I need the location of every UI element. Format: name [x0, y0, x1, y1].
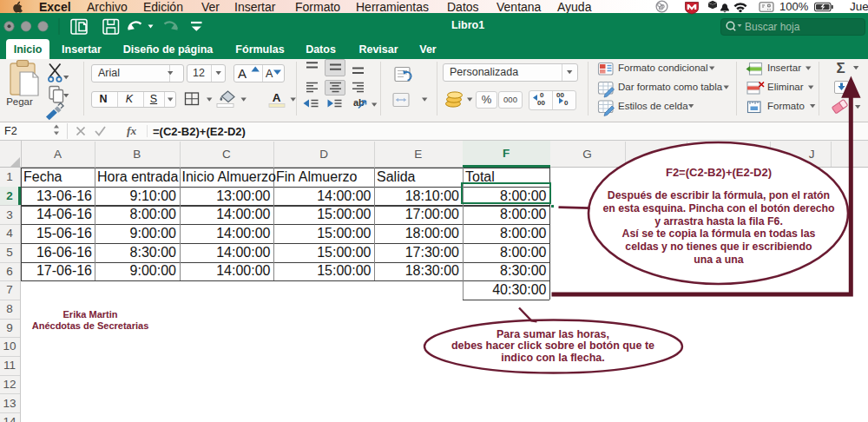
- svg-text:ab: ab: [353, 97, 365, 108]
- svg-text:00: 00: [537, 99, 545, 107]
- svg-text:0: 0: [540, 91, 544, 99]
- svg-text:0: 0: [564, 99, 569, 107]
- svg-text:00: 00: [556, 91, 564, 99]
